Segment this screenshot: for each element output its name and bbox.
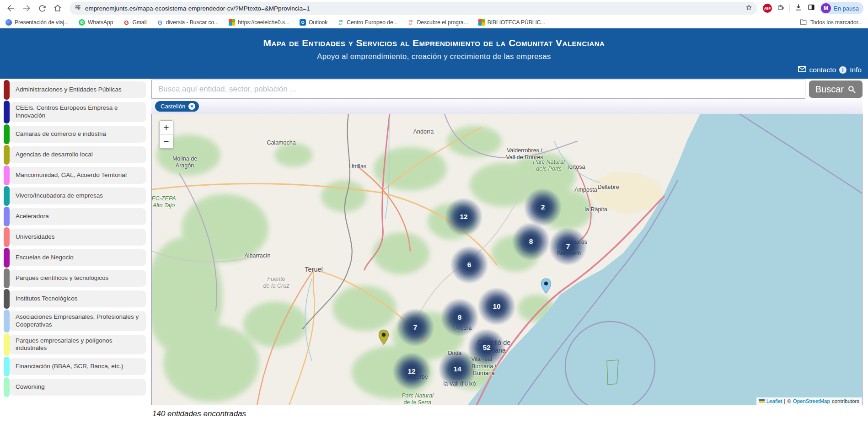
contact-link[interactable]: contacto — [809, 66, 836, 74]
downloads-icon[interactable] — [794, 3, 803, 13]
magnifier-icon — [847, 85, 856, 94]
sidebar-category-item[interactable]: Vivero/Incubadora de empresas — [9, 188, 146, 204]
bookmark-star-icon[interactable] — [745, 4, 753, 13]
profile-chip[interactable]: M En pausa — [820, 2, 863, 14]
sidebar-category-item[interactable]: Aceleradora — [9, 208, 146, 225]
bookmark-item[interactable]: Centro Europeo de... — [338, 19, 397, 26]
bookmark-label: Presentación de viaj... — [15, 19, 69, 26]
map-cluster-marker[interactable]: 12 — [393, 353, 430, 390]
map-tiles[interactable] — [152, 114, 863, 405]
map-cluster-marker[interactable]: 7 — [396, 309, 434, 346]
province-filter-chip[interactable]: Castellón ✕ — [155, 101, 199, 112]
copyright-symbol: © — [787, 398, 791, 404]
bookmark-label: WhatsApp — [88, 19, 113, 26]
leaflet-link[interactable]: Leaflet — [766, 398, 782, 404]
folder-icon — [800, 19, 807, 26]
map-cluster-marker[interactable]: 7 — [549, 228, 587, 265]
category-color-bar — [4, 357, 10, 376]
sidebar-category-item[interactable]: Escuelas de Negocio — [9, 249, 146, 266]
bookmarks-divider — [796, 18, 796, 27]
sidebar-category-item[interactable]: Parques científicos y tecnológicos — [9, 270, 146, 287]
url-bar[interactable]: emprenemjunts.es/mapa-ecosistema-emprend… — [70, 2, 757, 15]
cluster-count: 7 — [549, 228, 587, 265]
search-input[interactable] — [151, 80, 805, 99]
side-panel-icon[interactable] — [807, 3, 815, 13]
category-color-bar — [4, 207, 10, 226]
remove-filter-icon[interactable]: ✕ — [188, 103, 195, 110]
sidebar-category-item[interactable]: Mancomunidad, GAL, Acuerdo Territorial — [9, 167, 146, 184]
category-color-bar — [4, 124, 10, 144]
bookmark-item[interactable]: WhatsApp — [79, 19, 113, 26]
category-label: Parques empresariales y polígonos indust… — [16, 337, 142, 353]
sidebar-category-item[interactable]: Universidades — [9, 229, 146, 246]
bookmark-item[interactable]: Descubre el progra... — [408, 19, 468, 26]
search-button[interactable]: Buscar — [809, 80, 863, 98]
map-cluster-marker[interactable]: 14 — [439, 350, 476, 388]
map-container[interactable]: AndorraCalamochaMolina de AragónUtrillas… — [151, 114, 863, 405]
map-cluster-marker[interactable]: 8 — [512, 223, 550, 260]
bookmark-item[interactable]: https://ceeielche0.s... — [229, 19, 289, 26]
cluster-count: 10 — [478, 288, 515, 325]
sidebar-category-item[interactable]: Administraciones y Entidades Públicas — [9, 81, 146, 98]
url-text[interactable]: emprenemjunts.es/mapa-ecosistema-emprend… — [85, 5, 741, 12]
info-link[interactable]: Info — [850, 66, 862, 74]
sidebar-category-item[interactable]: Cámaras de comercio e indústria — [9, 126, 146, 143]
sidebar-category-item[interactable]: Coworking — [9, 379, 146, 396]
back-icon[interactable] — [5, 2, 17, 15]
osm-link[interactable]: OpenStreetMap — [793, 398, 830, 404]
bookmark-item[interactable]: diversia - Buscar co... — [157, 19, 219, 26]
map-cluster-marker[interactable]: 10 — [478, 288, 515, 325]
map-pin-icon[interactable] — [541, 278, 552, 296]
map-cluster-marker[interactable]: 6 — [450, 246, 488, 284]
bookmark-label: Descubre el progra... — [417, 19, 468, 26]
category-label: Escuelas de Negocio — [16, 254, 74, 262]
cluster-count: 12 — [393, 353, 430, 390]
bookmark-item[interactable]: Outlook — [300, 19, 327, 26]
category-label: Cámaras de comercio e indústria — [16, 130, 106, 138]
map-cluster-marker[interactable]: 12 — [445, 198, 482, 236]
category-color-bar — [4, 166, 10, 185]
bookmark-favicon-icon — [408, 19, 414, 26]
bookmark-label: Outlook — [309, 19, 327, 26]
category-color-bar — [4, 186, 10, 206]
home-icon[interactable] — [51, 2, 64, 15]
zoom-out-button[interactable]: − — [160, 134, 173, 148]
category-label: Institutos Tecnológicos — [16, 295, 78, 303]
adblock-extension-icon[interactable]: ABP — [763, 4, 772, 13]
sidebar-category-item[interactable]: Agencias de desarrollo local — [9, 146, 146, 163]
cluster-count: 6 — [450, 246, 488, 284]
extensions-puzzle-icon[interactable] — [777, 3, 785, 13]
sidebar-category-item[interactable]: Institutos Tecnológicos — [9, 290, 146, 307]
category-color-bar — [4, 248, 10, 268]
all-bookmarks-label[interactable]: Todos los marcador... — [810, 19, 863, 26]
map-cluster-marker[interactable]: 2 — [524, 188, 562, 226]
results-count: 140 entidades encontradas — [151, 405, 863, 418]
envelope-icon — [798, 66, 806, 74]
forward-icon[interactable] — [20, 2, 33, 15]
bookmark-item[interactable]: BIBLIOTECA PÚBLIC... — [478, 19, 546, 26]
info-icon[interactable]: i — [839, 66, 847, 74]
ukraine-flag-icon — [759, 399, 765, 403]
cluster-count: 14 — [439, 350, 476, 388]
zoom-in-button[interactable]: + — [160, 121, 173, 134]
category-label: Financiación (BBAA, SCR, Banca, etc.) — [16, 363, 123, 370]
tune-icon[interactable] — [74, 4, 81, 13]
filter-chip-label: Castellón — [161, 103, 185, 110]
reload-icon[interactable] — [36, 2, 48, 15]
sidebar-category-item[interactable]: CEEIs. Centros Europeos Empresa e Innova… — [9, 102, 146, 122]
avatar: M — [821, 3, 831, 13]
bookmark-label: diversia - Buscar co... — [166, 19, 219, 26]
bookmark-item[interactable]: Presentación de viaj... — [5, 19, 69, 26]
map-pin-icon[interactable] — [378, 329, 390, 347]
bookmark-label: https://ceeielche0.s... — [238, 19, 289, 26]
bookmark-favicon-icon — [123, 19, 129, 26]
cluster-count: 8 — [512, 223, 550, 260]
bookmark-item[interactable]: Gmail — [123, 19, 146, 26]
attribution-divider: | — [784, 398, 785, 404]
category-color-bar — [4, 310, 10, 332]
sidebar-category-item[interactable]: Financiación (BBAA, SCR, Banca, etc.) — [9, 358, 146, 375]
sidebar-category-item[interactable]: Parques empresariales y polígonos indust… — [9, 335, 146, 355]
sidebar-category-item[interactable]: Asociaciones Empresariales, Profesionale… — [9, 311, 146, 331]
cluster-count: 12 — [445, 198, 482, 236]
category-color-bar — [4, 377, 10, 397]
